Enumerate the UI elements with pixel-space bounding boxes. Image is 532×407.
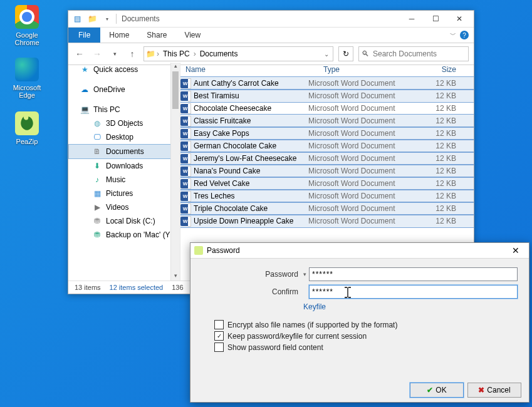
file-name: Red Velvet Cake — [194, 179, 249, 188]
breadcrumb-thispc[interactable]: This PC — [160, 49, 192, 58]
tree-quick-access[interactable]: ★ Quick access — [68, 63, 180, 76]
tree-label: Local Disk (C:) — [106, 217, 155, 225]
file-type: Microsoft Word Document — [308, 104, 406, 113]
file-row[interactable]: WChocolate CheesecakeMicrosoft Word Docu… — [180, 102, 474, 115]
nav-forward-button[interactable]: → — [91, 48, 103, 60]
option-0[interactable]: Encrypt also file names (if supported by… — [214, 320, 518, 329]
desktop-icon-edge[interactable]: Microsoft Edge — [6, 58, 48, 99]
file-row[interactable]: WGerman Chocolate CakeMicrosoft Word Doc… — [180, 140, 474, 152]
tree-label: Documents — [106, 147, 144, 156]
tree-desktop[interactable]: 🖵Desktop — [68, 130, 180, 144]
tree-onedrive[interactable]: ☁ OneDrive — [68, 83, 180, 96]
search-box[interactable]: 🔍︎ — [358, 46, 469, 61]
tree-music[interactable]: ♪Music — [68, 173, 180, 187]
ribbon-tab-view[interactable]: View — [175, 28, 209, 43]
qat-properties-icon[interactable]: ▤ — [71, 13, 83, 25]
ribbon-expand-icon[interactable]: ﹀ — [450, 31, 456, 39]
ribbon-tab-home[interactable]: Home — [100, 28, 138, 43]
breadcrumb-documents[interactable]: Documents — [197, 49, 241, 58]
tree-label: Music — [106, 175, 125, 184]
tree-label: Backup on 'Mac' (Y:) — [106, 230, 174, 239]
tree-downloads[interactable]: ⬇Downloads — [68, 159, 180, 173]
help-icon[interactable]: ? — [460, 31, 469, 39]
scroll-thumb[interactable] — [172, 71, 179, 109]
word-doc-icon: W — [180, 79, 190, 88]
file-type: Microsoft Word Document — [308, 217, 406, 225]
desktop-icon-peazip[interactable]: PeaZip — [6, 111, 48, 145]
tree-scrollbar[interactable]: ▴ ▾ — [170, 63, 180, 281]
cube-icon: ◍ — [92, 118, 102, 128]
ok-button[interactable]: ✔ OK — [410, 383, 464, 398]
minimize-button[interactable]: ─ — [400, 12, 424, 26]
file-row[interactable]: WTriple Chocolate CakeMicrosoft Word Doc… — [180, 202, 474, 215]
address-bar[interactable]: 📁 › This PC › Documents ⌄ — [143, 46, 333, 61]
pc-icon: 💻 — [80, 105, 90, 115]
tree-backup-drive[interactable]: ⛃Backup on 'Mac' (Y:) — [68, 228, 180, 242]
crumb-sep-icon: › — [194, 49, 196, 58]
videos-icon: ▶ — [92, 202, 102, 212]
file-row[interactable]: WTres LechesMicrosoft Word Document12 KB — [180, 190, 474, 202]
cancel-button[interactable]: ✖ Cancel — [467, 383, 521, 398]
tree-label: 3D Objects — [106, 119, 143, 128]
file-row[interactable]: WEasy Cake PopsMicrosoft Word Document12… — [180, 127, 474, 140]
qat-newfolder-icon[interactable]: 📁 — [86, 13, 98, 25]
column-headers: Name Type Size — [180, 63, 474, 77]
file-row[interactable]: WRed Velvet CakeMicrosoft Word Document1… — [180, 177, 474, 190]
refresh-button[interactable]: ↻ — [338, 46, 353, 61]
tree-label: Quick access — [93, 65, 138, 74]
desktop-icon-chrome[interactable]: Google Chrome — [6, 5, 48, 46]
nav-up-button[interactable]: ↑ — [126, 48, 138, 60]
file-row[interactable]: WAunt Cathy's Carrot CakeMicrosoft Word … — [180, 77, 474, 90]
nav-back-button[interactable]: ← — [73, 48, 86, 60]
desktop-icon-label: Microsoft Edge — [6, 84, 48, 99]
maximize-button[interactable]: ☐ — [424, 12, 447, 26]
addr-dropdown-icon[interactable]: ⌄ — [324, 51, 331, 58]
tree-label: Downloads — [106, 162, 143, 170]
tree-thispc[interactable]: 💻 This PC — [68, 103, 180, 116]
file-row[interactable]: WNana's Pound CakeMicrosoft Word Documen… — [180, 165, 474, 177]
file-row[interactable]: WBest TiramisuMicrosoft Word Document12 … — [180, 90, 474, 102]
star-icon: ★ — [80, 64, 90, 75]
option-1[interactable]: ✓Keep password/keyfile for current sessi… — [214, 331, 518, 341]
col-name[interactable]: Name — [180, 65, 318, 74]
search-input[interactable] — [372, 49, 468, 59]
file-name: Classic Fruitcake — [194, 116, 251, 125]
file-type: Microsoft Word Document — [308, 116, 406, 125]
netdrive-icon: ⛃ — [92, 230, 102, 240]
file-row[interactable]: WUpside Down Pineapple CakeMicrosoft Wor… — [180, 215, 474, 227]
close-button[interactable]: ✕ — [447, 12, 471, 26]
file-row[interactable]: WJeremy's Low-Fat CheesecakeMicrosoft Wo… — [180, 152, 474, 165]
tree-local-disk[interactable]: ⛃Local Disk (C:) — [68, 214, 180, 228]
scroll-down-icon[interactable]: ▾ — [171, 272, 180, 281]
password-input[interactable] — [309, 267, 518, 281]
ribbon-file-tab[interactable]: File — [68, 28, 100, 43]
option-2[interactable]: Show password field content — [214, 343, 518, 352]
password-label: Password — [202, 270, 303, 279]
file-name: Nana's Pound Cake — [194, 167, 260, 175]
file-size: 12 KB — [406, 167, 474, 175]
password-history-icon[interactable]: ▾ — [303, 271, 306, 277]
cloud-icon: ☁ — [80, 85, 90, 95]
ribbon-tab-share[interactable]: Share — [138, 28, 175, 43]
tree-videos[interactable]: ▶Videos — [68, 200, 180, 214]
desktop-icon-label: Google Chrome — [6, 31, 48, 46]
file-name: Tres Leches — [194, 192, 235, 200]
tree-documents[interactable]: 🗎Documents — [68, 144, 180, 159]
scroll-up-icon[interactable]: ▴ — [171, 63, 180, 71]
nav-recent-button[interactable]: ▾ — [108, 48, 121, 60]
tree-3dobjects[interactable]: ◍3D Objects — [68, 116, 180, 130]
keyfile-link[interactable]: Keyfile — [303, 302, 518, 311]
status-count: 13 items — [75, 284, 101, 291]
confirm-input[interactable] — [309, 285, 518, 299]
dialog-close-button[interactable]: ✕ — [506, 244, 525, 257]
col-type[interactable]: Type — [318, 65, 426, 74]
qat-dropdown-icon[interactable]: ▾ — [101, 13, 113, 25]
file-name: Chocolate Cheesecake — [194, 104, 271, 113]
file-type: Microsoft Word Document — [308, 142, 406, 150]
file-type: Microsoft Word Document — [308, 79, 406, 88]
file-row[interactable]: WClassic FruitcakeMicrosoft Word Documen… — [180, 115, 474, 127]
word-doc-icon: W — [180, 167, 190, 176]
col-size[interactable]: Size — [426, 65, 474, 74]
tree-pictures[interactable]: ▦Pictures — [68, 187, 180, 200]
option-label: Encrypt also file names (if supported by… — [227, 321, 397, 329]
